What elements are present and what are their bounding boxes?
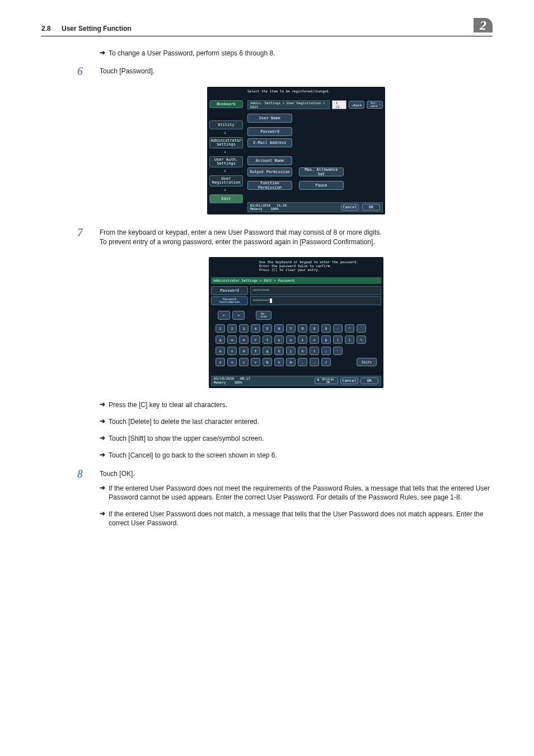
keyboard-key[interactable]: e bbox=[239, 335, 249, 344]
ss1-arrow-down-4: ↓ bbox=[224, 188, 226, 192]
keyboard-key[interactable]: t bbox=[263, 335, 272, 344]
keyboard-key[interactable]: l bbox=[310, 347, 319, 355]
ss1-account-button[interactable]: Account Name bbox=[247, 156, 292, 165]
keyboard-key[interactable]: 9 bbox=[310, 324, 319, 333]
keyboard-key[interactable]: 2 bbox=[227, 324, 237, 333]
keyboard-key[interactable]: v bbox=[251, 358, 260, 366]
keyboard-key[interactable]: ^ bbox=[345, 324, 354, 333]
keyboard-key[interactable]: r bbox=[251, 335, 260, 344]
header-rule bbox=[41, 36, 493, 36]
keyboard-key[interactable]: 8 bbox=[298, 324, 307, 333]
keyboard-key[interactable]: z bbox=[216, 358, 225, 366]
ss2-right-arrow-button[interactable]: → bbox=[232, 311, 245, 320]
keyboard-key[interactable]: \ bbox=[357, 335, 366, 344]
step-number-7: 7 bbox=[77, 227, 100, 238]
ss1-page-indicator: 1 /2 bbox=[332, 100, 346, 109]
ss1-cancel-button[interactable]: Cancel bbox=[341, 204, 359, 211]
keyboard-key[interactable]: , bbox=[298, 358, 307, 366]
keyboard-key[interactable]: [ bbox=[333, 335, 343, 344]
step-number-8: 8 bbox=[77, 468, 100, 479]
ss1-breadcrumb: Admin. Settings > User Registration > Ed… bbox=[247, 100, 330, 109]
ss1-userreg-tab[interactable]: User Registration bbox=[209, 175, 243, 186]
keyboard-key[interactable]: m bbox=[286, 358, 296, 366]
keyboard-key[interactable]: d bbox=[239, 347, 249, 355]
keyboard-key[interactable]: j bbox=[286, 347, 296, 355]
ss1-admin-tab[interactable]: Administrator Settings bbox=[209, 137, 243, 148]
keyboard-key[interactable]: q bbox=[216, 335, 225, 344]
ss2-memory-pct: 100% bbox=[234, 380, 242, 384]
keyboard-key[interactable]: ; bbox=[321, 347, 331, 355]
ss1-back-button[interactable]: ←Back bbox=[349, 101, 365, 109]
keyboard-key[interactable]: a bbox=[216, 347, 225, 355]
step8-text: Touch [OK]. bbox=[100, 468, 493, 479]
ss1-breadcrumb-row: Admin. Settings > User Registration > Ed… bbox=[247, 100, 383, 109]
ss2-cancel-button[interactable]: Cancel bbox=[340, 377, 358, 384]
ss2-keyboard-row2: qwertyuiop[]\ bbox=[216, 335, 377, 346]
ss1-footer: 02/01/2010 15:39 Memory 100% Cancel OK bbox=[247, 202, 383, 212]
ss1-utility-tab[interactable]: Utility bbox=[209, 120, 243, 129]
ss1-pause-button[interactable]: Pause bbox=[299, 181, 344, 190]
keyboard-key[interactable]: i bbox=[298, 335, 307, 344]
keyboard-key[interactable]: n bbox=[274, 358, 284, 366]
arrow-icon: ➔ bbox=[100, 49, 109, 57]
keyboard-key[interactable]: w bbox=[227, 335, 237, 344]
ss2-confirm-label[interactable]: Password Confirmation bbox=[211, 296, 248, 305]
ss1-memory-label: Memory bbox=[250, 207, 263, 211]
ss1-email-button[interactable]: E-Mail Address bbox=[247, 138, 292, 147]
keyboard-key[interactable]: x bbox=[227, 358, 237, 366]
keyboard-key[interactable]: 0 bbox=[321, 324, 331, 333]
arrow-icon: ➔ bbox=[100, 451, 109, 459]
ss1-bookmark-tab[interactable]: Bookmark bbox=[209, 100, 243, 108]
ss2-confirm-value[interactable]: ******** bbox=[250, 296, 381, 305]
keyboard-key[interactable]: ` bbox=[357, 324, 366, 333]
ss1-output-button[interactable]: Output Permission bbox=[247, 167, 292, 176]
ss2-left-arrow-button[interactable]: ← bbox=[218, 311, 230, 320]
ss1-userauth-tab[interactable]: User Auth. Settings bbox=[209, 156, 243, 167]
chapter-badge: 2 bbox=[474, 18, 493, 32]
keyboard-key[interactable]: / bbox=[321, 358, 331, 366]
ss2-shift-button[interactable]: Shift bbox=[357, 358, 377, 366]
keyboard-key[interactable]: p bbox=[321, 335, 331, 344]
keyboard-key[interactable]: u bbox=[286, 335, 296, 344]
keyboard-key[interactable]: y bbox=[274, 335, 284, 344]
intro-note: To change a User Password, perform steps… bbox=[109, 49, 493, 58]
keyboard-key[interactable]: 3 bbox=[239, 324, 249, 333]
keyboard-key[interactable]: - bbox=[333, 324, 343, 333]
ss2-password-value[interactable]: ******** bbox=[250, 286, 381, 295]
keyboard-key[interactable]: ' bbox=[333, 347, 343, 355]
ss1-forward-button[interactable]: For- ward→ bbox=[367, 101, 383, 109]
ss2-enlarge-button[interactable]: 🔍Enlarge ON bbox=[315, 377, 338, 384]
text-cursor-icon bbox=[270, 298, 272, 303]
ss2-keyboard-row1: 1234567890-^` bbox=[216, 324, 377, 335]
keyboard-key[interactable]: 4 bbox=[251, 324, 260, 333]
keyboard-key[interactable]: ] bbox=[345, 335, 354, 344]
keyboard-key[interactable]: b bbox=[263, 358, 272, 366]
ss1-password-button[interactable]: Password bbox=[247, 127, 292, 136]
ss1-maxallow-button[interactable]: Max. Allowance Set bbox=[299, 167, 344, 176]
keyboard-key[interactable]: 5 bbox=[263, 324, 272, 333]
ss1-username-button[interactable]: User Name bbox=[247, 114, 292, 123]
ss2-memory-label: Memory bbox=[214, 380, 226, 384]
ss2-delete-button[interactable]: De- lete bbox=[256, 311, 271, 320]
keyboard-key[interactable]: 7 bbox=[286, 324, 296, 333]
keyboard-key[interactable]: s bbox=[227, 347, 237, 355]
keyboard-key[interactable]: 6 bbox=[274, 324, 284, 333]
ss2-ok-button[interactable]: OK bbox=[360, 377, 378, 384]
keyboard-key[interactable]: h bbox=[274, 347, 284, 355]
ss1-funcperm-button[interactable]: Function Permission bbox=[247, 181, 292, 190]
keyboard-key[interactable]: f bbox=[251, 347, 260, 355]
keyboard-key[interactable]: o bbox=[310, 335, 319, 344]
keyboard-key[interactable]: c bbox=[239, 358, 249, 366]
ss2-breadcrumb: Administrator Settings > Edit > Password bbox=[211, 277, 381, 284]
arrow-icon: ➔ bbox=[100, 434, 109, 442]
keyboard-key[interactable]: . bbox=[310, 358, 319, 366]
ss1-edit-tab[interactable]: Edit bbox=[209, 194, 243, 203]
ss1-arrow-down-1: ↓ bbox=[224, 130, 226, 135]
keyboard-key[interactable]: g bbox=[263, 347, 272, 355]
ss1-ok-button[interactable]: OK bbox=[362, 204, 380, 211]
note-delete: Touch [Delete] to delete the last charac… bbox=[109, 417, 493, 426]
arrow-icon: ➔ bbox=[100, 400, 109, 408]
ss2-keyboard-row3: asdfghjkl;' bbox=[216, 347, 377, 357]
keyboard-key[interactable]: 1 bbox=[216, 324, 225, 333]
keyboard-key[interactable]: k bbox=[298, 347, 307, 355]
